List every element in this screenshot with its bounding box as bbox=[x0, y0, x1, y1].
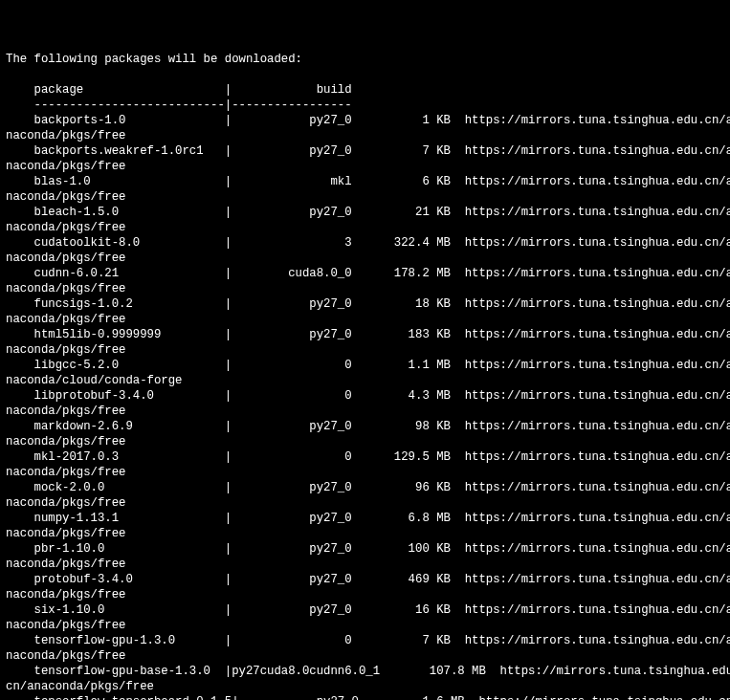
wrapped-rows: tensorflow-gpu-base-1.3.0 |py27cuda8.0cu… bbox=[6, 665, 730, 700]
header-rule: ---------------------------|------------… bbox=[6, 98, 352, 112]
package-rows: backports-1.0 | py27_0 1 KB https://mirr… bbox=[6, 114, 730, 663]
terminal-output: The following packages will be downloade… bbox=[6, 52, 724, 700]
column-header: package | build bbox=[6, 83, 352, 97]
header-line: The following packages will be downloade… bbox=[6, 53, 302, 66]
